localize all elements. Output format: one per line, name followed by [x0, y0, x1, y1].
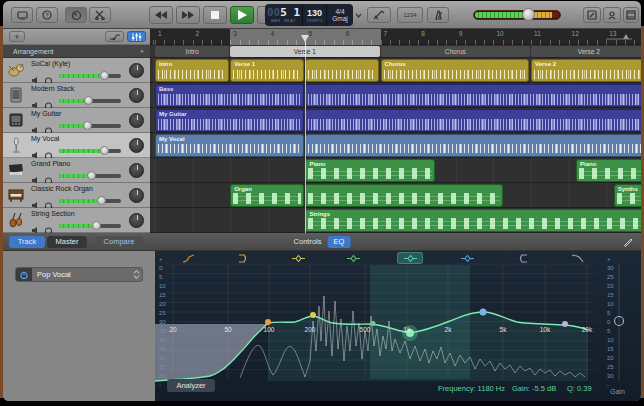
tab-track[interactable]: Track: [9, 236, 45, 248]
track-volume-slider[interactable]: [59, 224, 121, 228]
volume-knob[interactable]: [92, 221, 101, 230]
timeline[interactable]: 12345678910111213 IntroVerse 1ChorusVers…: [150, 29, 641, 233]
arrangement-section[interactable]: Verse 2: [531, 46, 641, 57]
mute-icon[interactable]: [31, 196, 40, 205]
eq-graph[interactable]: 20501002005001k2k5k10k20k +0510152025303…: [155, 251, 641, 401]
eq-band-1-button[interactable]: [175, 252, 201, 264]
mute-icon[interactable]: [31, 221, 40, 230]
arrangement-section[interactable]: Intro: [155, 46, 229, 57]
lcd-display[interactable]: 005 1 BAR BEAT 130 TEMPO 4/4 Gmaj: [265, 4, 353, 26]
play-button[interactable]: [230, 6, 254, 24]
ruler[interactable]: 12345678910111213: [150, 29, 641, 45]
plugin-selector[interactable]: Pop Vocal: [15, 267, 143, 282]
region[interactable]: Bass: [155, 84, 304, 107]
count-in-button[interactable]: 1234: [397, 7, 423, 23]
track-header-row[interactable]: String Section: [3, 208, 150, 233]
quick-help-button[interactable]: ?: [36, 7, 58, 23]
mute-icon[interactable]: [31, 71, 40, 80]
eq-band-7-handle[interactable]: [562, 321, 568, 327]
region[interactable]: Chorus: [381, 59, 530, 82]
eq-band-3-button[interactable]: [285, 252, 311, 264]
editors-button[interactable]: [89, 7, 111, 23]
arrangement-add-button[interactable]: +: [140, 45, 144, 58]
headphones-icon[interactable]: [44, 171, 53, 180]
region[interactable]: Verse 1: [230, 59, 304, 82]
headphones-icon[interactable]: [44, 71, 53, 80]
volume-knob[interactable]: [100, 146, 109, 155]
arrangement-section[interactable]: Chorus: [381, 46, 530, 57]
volume-knob[interactable]: [83, 121, 92, 130]
notepad-button[interactable]: [583, 7, 601, 23]
track-header-row[interactable]: My Vocal: [3, 133, 150, 158]
forward-button[interactable]: [176, 6, 200, 24]
volume-knob[interactable]: [87, 171, 96, 180]
region[interactable]: [305, 134, 641, 157]
mixer-toggle-button[interactable]: [127, 31, 146, 42]
plugin-stepper[interactable]: [130, 270, 142, 279]
pan-knob[interactable]: [129, 138, 144, 153]
eq-band-6-handle[interactable]: [480, 309, 487, 316]
track-volume-slider[interactable]: [59, 124, 121, 128]
media-browser-button[interactable]: [623, 7, 639, 23]
region[interactable]: My Guitar: [155, 109, 304, 132]
region[interactable]: [305, 59, 379, 82]
pan-knob[interactable]: [129, 188, 144, 203]
headphones-icon[interactable]: [44, 96, 53, 105]
pan-knob[interactable]: [129, 88, 144, 103]
plugin-power-button[interactable]: [16, 268, 32, 281]
pan-knob[interactable]: [129, 113, 144, 128]
volume-knob[interactable]: [100, 71, 109, 80]
region[interactable]: [305, 184, 503, 207]
zoom-slider[interactable]: [605, 32, 633, 42]
pan-knob[interactable]: [129, 213, 144, 228]
pan-knob[interactable]: [129, 163, 144, 178]
headphones-icon[interactable]: [44, 221, 53, 230]
region[interactable]: Synths: [614, 184, 641, 207]
headphones-icon[interactable]: [44, 146, 53, 155]
master-volume-knob[interactable]: [522, 8, 535, 21]
tab-master[interactable]: Master: [47, 236, 87, 248]
region[interactable]: [305, 84, 641, 107]
region[interactable]: My Vocal: [155, 134, 304, 157]
region[interactable]: Organ: [230, 184, 304, 207]
library-button[interactable]: [11, 7, 33, 23]
add-track-button[interactable]: +: [9, 31, 25, 42]
region[interactable]: Piano: [305, 159, 435, 182]
eq-band-6-button[interactable]: [454, 252, 480, 264]
eq-band-7-button[interactable]: [509, 252, 535, 264]
mute-icon[interactable]: [31, 121, 40, 130]
headphones-icon[interactable]: [44, 121, 53, 130]
volume-knob[interactable]: [84, 96, 93, 105]
automation-button[interactable]: [105, 31, 124, 42]
arrangement-track-header[interactable]: Arrangement +: [3, 45, 150, 58]
playhead[interactable]: [305, 35, 306, 233]
track-header-row[interactable]: Modern Stack: [3, 83, 150, 108]
lcd-chevron-down-icon[interactable]: [355, 13, 362, 19]
readout-frequency[interactable]: Frequency: 1180 Hz: [438, 384, 505, 393]
edit-pencil-icon[interactable]: [623, 237, 633, 247]
mute-icon[interactable]: [31, 146, 40, 155]
loop-browser-button[interactable]: [603, 7, 621, 23]
region[interactable]: Intro: [155, 59, 229, 82]
metronome-button[interactable]: [427, 7, 449, 23]
tuner-button[interactable]: [367, 7, 391, 23]
mute-icon[interactable]: [31, 96, 40, 105]
compare-button[interactable]: Compare: [95, 236, 143, 248]
headphones-icon[interactable]: [44, 196, 53, 205]
master-volume-slider[interactable]: [473, 10, 561, 20]
eq-band-4-handle[interactable]: [371, 321, 376, 326]
rewind-button[interactable]: [149, 6, 173, 24]
tab-controls[interactable]: Controls: [294, 236, 322, 248]
track-header-row[interactable]: Grand Piano: [3, 158, 150, 183]
eq-band-2-button[interactable]: [230, 252, 256, 264]
track-header-row[interactable]: SoCal (Kyle): [3, 58, 150, 83]
stop-button[interactable]: [203, 6, 227, 24]
tab-eq[interactable]: EQ: [328, 236, 351, 248]
region[interactable]: Verse 2: [531, 59, 641, 82]
track-header-row[interactable]: Classic Rock Organ: [3, 183, 150, 208]
pan-knob[interactable]: [129, 63, 144, 78]
readout-q[interactable]: Q: 0.39: [567, 384, 592, 393]
eq-band-4-button[interactable]: [340, 252, 366, 264]
track-volume-slider[interactable]: [59, 99, 121, 103]
eq-band-5-button[interactable]: [397, 252, 423, 264]
